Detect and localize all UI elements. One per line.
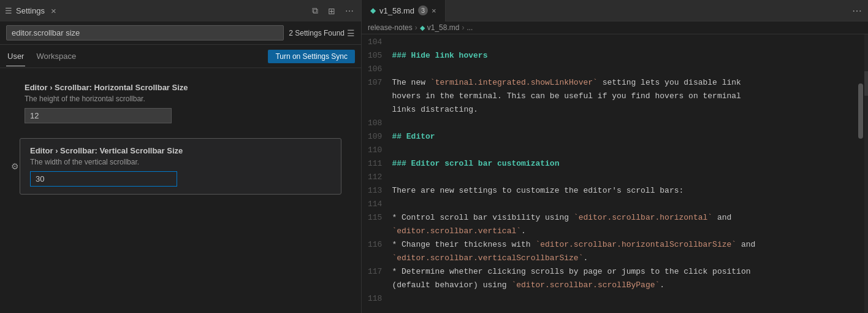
editor-content: 104 105 106 107 108 109 110 111 112 113 …: [362, 34, 868, 313]
tab-file-icon: ◆: [370, 6, 376, 15]
titlebar-icons-group: ⧉ ⊞ ⋯: [310, 4, 356, 17]
settings-tabs-bar: User Workspace Turn on Settings Sync: [0, 45, 361, 68]
editor-tabs-bar: ◆ v1_58.md 3 × ⋯: [362, 0, 868, 21]
breadcrumb-ellipsis[interactable]: ...: [466, 23, 473, 32]
editor-minimap: [864, 34, 868, 313]
breadcrumb-release-notes[interactable]: release-notes: [368, 23, 413, 32]
tab-user[interactable]: User: [6, 47, 25, 66]
gear-icon: ⚙: [11, 161, 19, 171]
line-111: ### Editor scroll bar customization: [392, 157, 843, 171]
line-118: [392, 292, 843, 306]
editor-breadcrumb: release-notes › ◆ v1_58.md › ...: [362, 21, 868, 34]
line-107b: hovers in the terminal. This can be usef…: [392, 90, 843, 103]
tab-workspace[interactable]: Workspace: [35, 47, 77, 66]
split-editor-button[interactable]: ⧉: [310, 4, 321, 17]
settings-search-input[interactable]: [6, 25, 284, 41]
line-115b: `editor.scrollbar.vertical`.: [392, 225, 843, 238]
breadcrumb-file-icon: ◆: [420, 24, 425, 32]
layout-button[interactable]: ⊞: [326, 5, 338, 17]
settings-close-button[interactable]: ×: [48, 4, 59, 17]
breadcrumb-filename[interactable]: v1_58.md: [427, 23, 460, 32]
setting-item-horizontal: Editor › Scrollbar: Horizontal Scrollbar…: [0, 78, 361, 133]
line-112: [392, 171, 843, 184]
settings-titlebar: ☰ Settings × ⧉ ⊞ ⋯: [0, 0, 361, 21]
tab-close-icon[interactable]: ×: [432, 6, 436, 15]
line-109: ## Editor: [392, 130, 843, 144]
line-114: [392, 198, 843, 211]
line-108: [392, 117, 843, 130]
horizontal-size-input[interactable]: [25, 108, 172, 123]
editor-panel: ◆ v1_58.md 3 × ⋯ release-notes › ◆ v1_58…: [362, 0, 868, 313]
tab-modified-badge: 3: [418, 6, 428, 15]
settings-title-group: ☰ Settings ×: [5, 4, 59, 17]
line-116b: `editor.scrollbar.verticalScrollbarSize`…: [392, 252, 843, 265]
line-107c: links distracting.: [392, 103, 843, 117]
line-115: * Control scroll bar visibility using `e…: [392, 211, 843, 225]
editor-tab-v158[interactable]: ◆ v1_58.md 3 ×: [362, 0, 446, 21]
found-count-label: 2 Settings Found: [289, 29, 345, 37]
line-117b: (default behavior) using `editor.scrollb…: [392, 279, 843, 292]
line-104: [392, 36, 843, 49]
line-116: * Change their thickness with `editor.sc…: [392, 238, 843, 252]
line-107: The new `terminal.integrated.showLinkHov…: [392, 76, 843, 90]
editor-more-button[interactable]: ⋯: [846, 5, 868, 17]
menu-icon: ☰: [5, 6, 12, 15]
setting-item-vertical: Editor › Scrollbar: Vertical Scrollbar S…: [20, 138, 341, 195]
sync-settings-button[interactable]: Turn on Settings Sync: [268, 50, 355, 63]
editor-scrollbar-thumb[interactable]: [858, 83, 863, 139]
setting-desc-horizontal: The height of the horizontal scrollbar.: [25, 95, 349, 103]
minimap-visible-region: [864, 71, 868, 96]
more-actions-button[interactable]: ⋯: [343, 5, 356, 17]
tab-filename: v1_58.md: [379, 6, 414, 15]
settings-panel: ☰ Settings × ⧉ ⊞ ⋯ 2 Settings Found ☰ Us…: [0, 0, 362, 313]
vertical-size-input[interactable]: [30, 171, 177, 187]
setting-title-horizontal: Editor › Scrollbar: Horizontal Scrollbar…: [25, 83, 349, 92]
settings-title-label: Settings: [16, 6, 45, 15]
line-110: [392, 144, 843, 157]
line-numbers: 104 105 106 107 108 109 110 111 112 113 …: [362, 34, 392, 313]
line-113: There are new settings to customize the …: [392, 184, 843, 198]
settings-found-badge: 2 Settings Found ☰: [289, 28, 355, 38]
line-105: ### Hide link hovers: [392, 49, 843, 63]
setting-desc-vertical: The width of the vertical scrollbar.: [30, 158, 331, 166]
settings-content: Editor › Scrollbar: Horizontal Scrollbar…: [0, 68, 361, 313]
line-117: * Determine whether clicking scrolls by …: [392, 265, 843, 279]
editor-scrollbar-track[interactable]: [856, 34, 864, 313]
settings-search-bar: 2 Settings Found ☰: [0, 21, 361, 45]
code-area: ### Hide link hovers The new `terminal.i…: [392, 34, 856, 313]
setting-title-vertical: Editor › Scrollbar: Vertical Scrollbar S…: [30, 146, 331, 155]
filter-icon[interactable]: ☰: [347, 28, 355, 38]
line-106: [392, 63, 843, 76]
